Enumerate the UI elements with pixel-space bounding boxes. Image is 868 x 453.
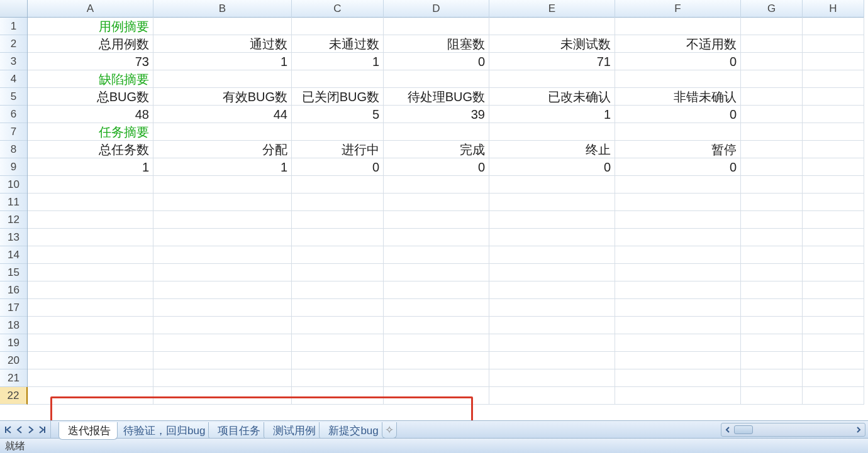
cell-F18[interactable]	[615, 317, 741, 334]
cell-A14[interactable]	[28, 246, 153, 264]
cell-C11[interactable]	[292, 194, 384, 211]
cell-E21[interactable]	[489, 369, 615, 387]
cell-B14[interactable]	[153, 246, 292, 264]
cell-A17[interactable]	[28, 299, 153, 317]
cell-B17[interactable]	[153, 299, 292, 317]
cell-F19[interactable]	[615, 334, 741, 352]
cell-A10[interactable]	[28, 176, 153, 194]
col-header-H[interactable]: H	[803, 0, 864, 18]
cell-H21[interactable]	[803, 369, 864, 387]
cell-A4[interactable]: 缺陷摘要	[28, 70, 153, 88]
cell-A6[interactable]: 48	[28, 106, 153, 123]
cell-E11[interactable]	[489, 194, 615, 211]
cell-B19[interactable]	[153, 334, 292, 352]
cell-C5[interactable]: 已关闭BUG数	[292, 88, 384, 106]
cell-A21[interactable]	[28, 369, 153, 387]
cell-C3[interactable]: 1	[292, 53, 384, 70]
cell-F21[interactable]	[615, 369, 741, 387]
cell-G2[interactable]	[741, 35, 803, 53]
cell-H13[interactable]	[803, 229, 864, 246]
row-header-10[interactable]: 10	[0, 176, 27, 194]
cell-H5[interactable]	[803, 88, 864, 106]
cell-C7[interactable]	[292, 123, 384, 141]
cell-E7[interactable]	[489, 123, 615, 141]
row-header-15[interactable]: 15	[0, 264, 27, 281]
last-sheet-button[interactable]	[38, 425, 47, 434]
cell-G7[interactable]	[741, 123, 803, 141]
cell-C10[interactable]	[292, 176, 384, 194]
prev-sheet-button[interactable]	[15, 425, 24, 434]
cell-E22[interactable]	[489, 387, 615, 405]
cell-B1[interactable]	[153, 18, 292, 35]
cell-B8[interactable]: 分配	[153, 141, 292, 158]
cell-H18[interactable]	[803, 317, 864, 334]
cell-H3[interactable]	[803, 53, 864, 70]
cell-H1[interactable]	[803, 18, 864, 35]
cell-B5[interactable]: 有效BUG数	[153, 88, 292, 106]
cell-B22[interactable]	[153, 387, 292, 405]
cell-B6[interactable]: 44	[153, 106, 292, 123]
cell-C17[interactable]	[292, 299, 384, 317]
cell-G6[interactable]	[741, 106, 803, 123]
new-sheet-tab[interactable]: ✧	[382, 422, 397, 439]
cell-F11[interactable]	[615, 194, 741, 211]
cell-grid[interactable]: 用例摘要总用例数通过数未通过数阻塞数未测试数不适用数73110710缺陷摘要总B…	[28, 18, 868, 420]
cell-B12[interactable]	[153, 211, 292, 229]
cell-F4[interactable]	[615, 70, 741, 88]
cell-F16[interactable]	[615, 281, 741, 299]
cell-A1[interactable]: 用例摘要	[28, 18, 153, 35]
cell-H19[interactable]	[803, 334, 864, 352]
cell-E10[interactable]	[489, 176, 615, 194]
cell-C20[interactable]	[292, 352, 384, 369]
cell-D8[interactable]: 完成	[384, 141, 489, 158]
cell-D20[interactable]	[384, 352, 489, 369]
row-header-19[interactable]: 19	[0, 334, 27, 352]
row-header-2[interactable]: 2	[0, 35, 27, 53]
cell-D14[interactable]	[384, 246, 489, 264]
cell-H11[interactable]	[803, 194, 864, 211]
cell-C8[interactable]: 进行中	[292, 141, 384, 158]
cell-B16[interactable]	[153, 281, 292, 299]
cell-B2[interactable]: 通过数	[153, 35, 292, 53]
cell-G22[interactable]	[741, 387, 803, 405]
cell-F6[interactable]: 0	[615, 106, 741, 123]
row-header-8[interactable]: 8	[0, 141, 27, 158]
cell-E15[interactable]	[489, 264, 615, 281]
cell-D6[interactable]: 39	[384, 106, 489, 123]
cell-A9[interactable]: 1	[28, 158, 153, 176]
cell-G1[interactable]	[741, 18, 803, 35]
cell-B3[interactable]: 1	[153, 53, 292, 70]
cell-F5[interactable]: 非错未确认	[615, 88, 741, 106]
cell-C13[interactable]	[292, 229, 384, 246]
col-header-D[interactable]: D	[384, 0, 489, 18]
horizontal-scrollbar[interactable]	[721, 423, 865, 437]
cell-H20[interactable]	[803, 352, 864, 369]
cell-C2[interactable]: 未通过数	[292, 35, 384, 53]
cell-C6[interactable]: 5	[292, 106, 384, 123]
cell-D7[interactable]	[384, 123, 489, 141]
select-all-corner[interactable]	[0, 0, 28, 18]
cell-D18[interactable]	[384, 317, 489, 334]
cell-D9[interactable]: 0	[384, 158, 489, 176]
cell-A19[interactable]	[28, 334, 153, 352]
cell-A20[interactable]	[28, 352, 153, 369]
cell-D10[interactable]	[384, 176, 489, 194]
cell-E13[interactable]	[489, 229, 615, 246]
cell-G5[interactable]	[741, 88, 803, 106]
cell-E6[interactable]: 1	[489, 106, 615, 123]
cell-G12[interactable]	[741, 211, 803, 229]
row-header-20[interactable]: 20	[0, 352, 27, 369]
cell-B11[interactable]	[153, 194, 292, 211]
cell-C14[interactable]	[292, 246, 384, 264]
row-header-22[interactable]: 22	[0, 387, 28, 405]
row-header-16[interactable]: 16	[0, 281, 27, 299]
cell-F8[interactable]: 暂停	[615, 141, 741, 158]
cell-H22[interactable]	[803, 387, 864, 405]
scroll-right-arrow-icon[interactable]	[854, 425, 864, 435]
cell-D3[interactable]: 0	[384, 53, 489, 70]
cell-H2[interactable]	[803, 35, 864, 53]
cell-F20[interactable]	[615, 352, 741, 369]
cell-E12[interactable]	[489, 211, 615, 229]
row-header-14[interactable]: 14	[0, 246, 27, 264]
cell-A11[interactable]	[28, 194, 153, 211]
